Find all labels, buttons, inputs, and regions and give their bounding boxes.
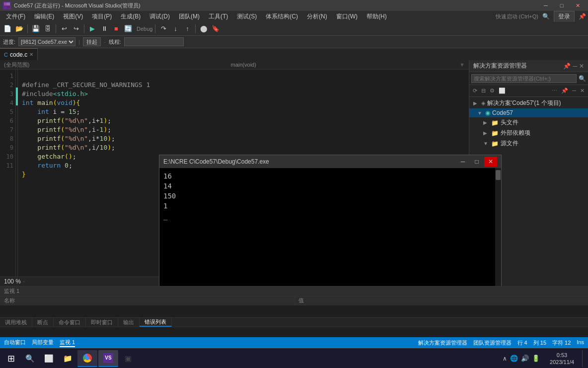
menu-view[interactable]: 视图(V) — [59, 11, 87, 22]
step-into-btn[interactable]: ↓ — [170, 23, 181, 34]
console-minimize-btn[interactable]: ─ — [456, 157, 469, 167]
menu-architecture[interactable]: 体系结构(C) — [262, 11, 302, 22]
close-panel-icon[interactable]: ✕ — [579, 63, 584, 70]
login-button[interactable]: 登录 — [554, 11, 575, 22]
tab-error-list[interactable]: 错误列表 — [140, 318, 172, 327]
pin-icon[interactable]: 📌 — [579, 13, 586, 20]
save-all-btn[interactable]: 🗄 — [42, 23, 53, 34]
bookmark-btn[interactable]: 🔖 — [210, 23, 221, 34]
menu-project[interactable]: 项目(P) — [88, 11, 116, 22]
tab-breakpoints[interactable]: 断点 — [32, 318, 54, 327]
start-debug-btn[interactable]: ▶ — [87, 23, 98, 34]
team-explorer-status[interactable]: 团队资源管理器 — [473, 339, 512, 347]
tab-label: code.c — [10, 51, 27, 58]
sol-close-btn[interactable]: ✕ — [579, 88, 586, 94]
console-close-btn[interactable]: ✕ — [484, 157, 497, 167]
app6-button[interactable]: ▣ — [119, 350, 137, 367]
tab-close-btn[interactable]: ✕ — [29, 52, 33, 57]
solution-icon: ◈ — [481, 100, 485, 106]
sol-view-btn[interactable]: ⬜ — [497, 88, 507, 94]
solution-search-input[interactable] — [471, 74, 577, 83]
step-over-btn[interactable]: ↷ — [158, 23, 169, 34]
char-indicator: 字符 12 — [552, 339, 571, 347]
sol-settings-btn[interactable]: ⚙ — [488, 88, 496, 94]
start-button[interactable]: ⊞ — [2, 350, 20, 367]
restart-btn[interactable]: 🔄 — [123, 23, 134, 34]
network-icon[interactable]: 🌐 — [510, 355, 518, 362]
tree-external-deps[interactable]: ▶ 📁 外部依赖项 — [469, 128, 588, 138]
close-button[interactable]: ✕ — [570, 0, 585, 11]
search-icon: 🔍 — [542, 13, 550, 20]
file-explorer-button[interactable]: 📁 — [59, 350, 76, 367]
scope-right: main(void) — [231, 62, 256, 68]
tree-arrow-icon: ▶ — [483, 130, 489, 136]
console-title: E:\NCRE C\Code57\Debug\Code57.exe — [163, 158, 456, 165]
undo-btn[interactable]: ↩ — [59, 23, 70, 34]
watch-empty-row — [0, 305, 588, 317]
sol-extra-btn[interactable]: ⋯ — [550, 88, 559, 94]
auto-window-tab[interactable]: 自动窗口 — [4, 339, 26, 347]
output-bar — [0, 327, 588, 337]
sol-minimize-btn[interactable]: ─ — [571, 88, 578, 94]
task-view-button[interactable]: ⬜ — [40, 350, 58, 367]
battery-icon[interactable]: 🔋 — [532, 355, 540, 362]
console-window: E:\NCRE C\Code57\Debug\Code57.exe ─ □ ✕ … — [159, 155, 502, 286]
solution-explorer-status[interactable]: 解决方案资源管理器 — [418, 339, 467, 347]
open-btn[interactable]: 📂 — [14, 23, 25, 34]
menu-analyze[interactable]: 分析(N) — [303, 11, 331, 22]
tree-arrow-icon: ▶ — [473, 100, 479, 106]
menu-edit[interactable]: 编辑(E) — [30, 11, 58, 22]
suspend-button[interactable]: 挂起 — [83, 37, 101, 46]
stop-btn[interactable]: ■ — [111, 23, 122, 34]
menu-tools[interactable]: 工具(T) — [205, 11, 232, 22]
breakpoint-btn[interactable]: ⬤ — [198, 23, 209, 34]
tree-project[interactable]: ▼ ◉ Code57 — [469, 108, 588, 117]
tab-immediate[interactable]: 即时窗口 — [86, 318, 118, 327]
step-out-btn[interactable]: ↑ — [182, 23, 193, 34]
clock[interactable]: 0:53 2023/11/4 — [546, 352, 578, 366]
tab-callstack[interactable]: 调用堆栈 — [0, 318, 32, 327]
menu-help[interactable]: 帮助(H) — [363, 11, 391, 22]
thread-label: 线程: — [109, 38, 121, 46]
tree-sources[interactable]: ▼ 📁 源文件 — [469, 138, 588, 149]
menu-debug[interactable]: 调试(D) — [146, 11, 174, 22]
sol-pin2-btn[interactable]: 📌 — [560, 88, 570, 94]
process-select[interactable]: [9812] Code57.exe — [18, 37, 75, 46]
pause-btn[interactable]: ⏸ — [99, 23, 110, 34]
new-file-btn[interactable]: 📄 — [2, 23, 13, 34]
restore-button[interactable]: □ — [554, 0, 569, 11]
vs-taskbar-button[interactable]: VS — [98, 350, 118, 367]
system-tray: ∧ 🌐 🔊 🔋 — [501, 355, 542, 362]
tab-output[interactable]: 输出 — [118, 318, 140, 327]
minimize-button[interactable]: ─ — [538, 0, 553, 11]
tree-headers[interactable]: ▶ 📁 头文件 — [469, 117, 588, 128]
sol-sync-btn[interactable]: ⟳ — [471, 88, 479, 94]
volume-icon[interactable]: 🔊 — [521, 355, 529, 362]
tab-command[interactable]: 命令窗口 — [54, 318, 86, 327]
search-button[interactable]: 🔍 — [21, 350, 39, 367]
chrome-button[interactable] — [77, 350, 97, 367]
svg-rect-2 — [7, 2, 10, 5]
collapse-icon[interactable]: ─ — [573, 63, 577, 70]
watch-columns: 名称 值 — [0, 296, 588, 305]
pin-icon[interactable]: 📌 — [563, 63, 571, 70]
console-scrollbar[interactable] — [495, 168, 501, 286]
menu-build[interactable]: 生成(B) — [117, 11, 145, 22]
save-btn[interactable]: 💾 — [30, 23, 41, 34]
locals-tab[interactable]: 局部变量 — [32, 339, 54, 347]
redo-btn[interactable]: ↪ — [71, 23, 81, 34]
menu-test[interactable]: 测试(S) — [233, 11, 261, 22]
tree-solution[interactable]: ▶ ◈ 解决方案'Code57'(1 个项目) — [469, 98, 588, 108]
solution-search-bar[interactable]: 🔍 — [469, 72, 588, 85]
tray-chevron-icon[interactable]: ∧ — [503, 355, 507, 362]
tab-code-c[interactable]: C code.c ✕ — [0, 48, 38, 60]
thread-input[interactable] — [124, 37, 184, 46]
menu-team[interactable]: 团队(M) — [175, 11, 204, 22]
menu-file[interactable]: 文件(F) — [2, 11, 29, 22]
menu-window[interactable]: 窗口(W) — [332, 11, 362, 22]
watch1-tab[interactable]: 监视 1 — [60, 339, 75, 347]
console-restore-btn[interactable]: □ — [470, 157, 483, 167]
show-desktop-btn[interactable] — [582, 350, 586, 367]
sol-filter-btn[interactable]: ⊟ — [480, 88, 487, 94]
zoom-level: 100 % — [4, 278, 21, 285]
